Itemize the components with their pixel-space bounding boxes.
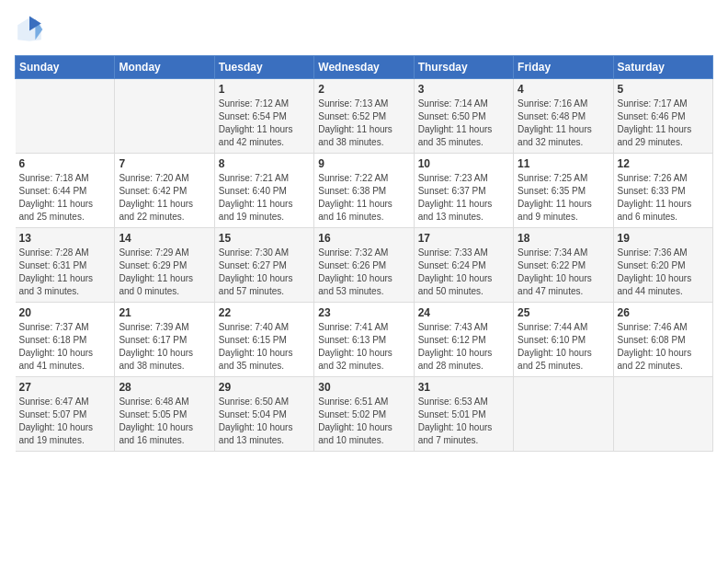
day-info: Sunrise: 7:44 AM Sunset: 6:10 PM Dayligh…	[518, 321, 609, 373]
day-cell: 19Sunrise: 7:36 AM Sunset: 6:20 PM Dayli…	[613, 228, 712, 303]
day-cell: 15Sunrise: 7:30 AM Sunset: 6:27 PM Dayli…	[214, 228, 313, 303]
week-row-3: 13Sunrise: 7:28 AM Sunset: 6:31 PM Dayli…	[16, 228, 713, 303]
day-number: 10	[418, 157, 509, 170]
day-info: Sunrise: 7:36 AM Sunset: 6:20 PM Dayligh…	[618, 247, 709, 298]
day-info: Sunrise: 7:12 AM Sunset: 6:54 PM Dayligh…	[219, 98, 310, 149]
day-cell	[514, 377, 613, 452]
header-cell-thursday: Thursday	[414, 56, 513, 79]
logo-icon	[15, 15, 44, 44]
day-cell: 24Sunrise: 7:43 AM Sunset: 6:12 PM Dayli…	[414, 303, 513, 377]
day-number: 14	[119, 232, 210, 245]
day-cell: 31Sunrise: 6:53 AM Sunset: 5:01 PM Dayli…	[414, 377, 513, 452]
calendar-body: 1Sunrise: 7:12 AM Sunset: 6:54 PM Daylig…	[16, 79, 713, 452]
day-info: Sunrise: 7:23 AM Sunset: 6:37 PM Dayligh…	[418, 172, 509, 224]
day-cell	[16, 79, 115, 154]
day-cell: 5Sunrise: 7:17 AM Sunset: 6:46 PM Daylig…	[613, 79, 712, 154]
day-cell: 7Sunrise: 7:20 AM Sunset: 6:42 PM Daylig…	[115, 154, 214, 228]
day-cell: 30Sunrise: 6:51 AM Sunset: 5:02 PM Dayli…	[314, 377, 414, 452]
day-cell: 23Sunrise: 7:41 AM Sunset: 6:13 PM Dayli…	[314, 303, 414, 377]
day-info: Sunrise: 7:29 AM Sunset: 6:29 PM Dayligh…	[119, 247, 210, 298]
day-info: Sunrise: 6:51 AM Sunset: 5:02 PM Dayligh…	[318, 396, 409, 447]
header-cell-friday: Friday	[514, 56, 613, 79]
day-number: 8	[219, 157, 310, 170]
day-info: Sunrise: 7:32 AM Sunset: 6:26 PM Dayligh…	[318, 247, 409, 298]
day-number: 9	[318, 157, 409, 170]
day-cell: 14Sunrise: 7:29 AM Sunset: 6:29 PM Dayli…	[115, 228, 214, 303]
day-number: 4	[518, 83, 609, 96]
header-cell-sunday: Sunday	[16, 56, 115, 79]
day-number: 28	[119, 381, 210, 394]
day-info: Sunrise: 7:18 AM Sunset: 6:44 PM Dayligh…	[19, 172, 111, 224]
day-number: 7	[119, 157, 210, 170]
day-cell: 13Sunrise: 7:28 AM Sunset: 6:31 PM Dayli…	[16, 228, 115, 303]
calendar-table: SundayMondayTuesdayWednesdayThursdayFrid…	[15, 55, 713, 452]
page-header	[15, 15, 713, 44]
header-cell-wednesday: Wednesday	[314, 56, 414, 79]
week-row-1: 1Sunrise: 7:12 AM Sunset: 6:54 PM Daylig…	[16, 79, 713, 154]
day-number: 21	[119, 306, 210, 319]
day-number: 3	[418, 83, 509, 96]
day-cell: 27Sunrise: 6:47 AM Sunset: 5:07 PM Dayli…	[16, 377, 115, 452]
day-cell: 17Sunrise: 7:33 AM Sunset: 6:24 PM Dayli…	[414, 228, 513, 303]
day-cell: 28Sunrise: 6:48 AM Sunset: 5:05 PM Dayli…	[115, 377, 214, 452]
day-info: Sunrise: 7:37 AM Sunset: 6:18 PM Dayligh…	[19, 321, 111, 373]
day-number: 13	[19, 232, 111, 245]
day-number: 26	[618, 306, 709, 319]
week-row-4: 20Sunrise: 7:37 AM Sunset: 6:18 PM Dayli…	[16, 303, 713, 377]
day-info: Sunrise: 7:22 AM Sunset: 6:38 PM Dayligh…	[318, 172, 409, 224]
day-number: 17	[418, 232, 509, 245]
day-number: 6	[19, 157, 111, 170]
day-number: 29	[219, 381, 310, 394]
day-info: Sunrise: 7:25 AM Sunset: 6:35 PM Dayligh…	[518, 172, 609, 224]
logo	[15, 15, 48, 44]
day-cell: 18Sunrise: 7:34 AM Sunset: 6:22 PM Dayli…	[514, 228, 613, 303]
header-cell-tuesday: Tuesday	[214, 56, 313, 79]
day-number: 27	[19, 381, 111, 394]
day-info: Sunrise: 6:48 AM Sunset: 5:05 PM Dayligh…	[119, 396, 210, 447]
day-info: Sunrise: 7:34 AM Sunset: 6:22 PM Dayligh…	[518, 247, 609, 298]
day-info: Sunrise: 7:30 AM Sunset: 6:27 PM Dayligh…	[219, 247, 310, 298]
day-number: 20	[19, 306, 111, 319]
day-info: Sunrise: 7:43 AM Sunset: 6:12 PM Dayligh…	[418, 321, 509, 373]
day-cell: 25Sunrise: 7:44 AM Sunset: 6:10 PM Dayli…	[514, 303, 613, 377]
header-cell-saturday: Saturday	[613, 56, 712, 79]
day-cell: 29Sunrise: 6:50 AM Sunset: 5:04 PM Dayli…	[214, 377, 313, 452]
calendar-header: SundayMondayTuesdayWednesdayThursdayFrid…	[16, 56, 713, 79]
day-number: 24	[418, 306, 509, 319]
day-info: Sunrise: 6:53 AM Sunset: 5:01 PM Dayligh…	[418, 396, 509, 447]
header-cell-monday: Monday	[115, 56, 214, 79]
header-row: SundayMondayTuesdayWednesdayThursdayFrid…	[16, 56, 713, 79]
day-number: 31	[418, 381, 509, 394]
day-info: Sunrise: 7:21 AM Sunset: 6:40 PM Dayligh…	[219, 172, 310, 224]
day-info: Sunrise: 7:20 AM Sunset: 6:42 PM Dayligh…	[119, 172, 210, 224]
day-cell: 11Sunrise: 7:25 AM Sunset: 6:35 PM Dayli…	[514, 154, 613, 228]
day-info: Sunrise: 7:28 AM Sunset: 6:31 PM Dayligh…	[19, 247, 111, 298]
day-number: 30	[318, 381, 409, 394]
day-number: 23	[318, 306, 409, 319]
day-number: 5	[618, 83, 709, 96]
day-cell: 20Sunrise: 7:37 AM Sunset: 6:18 PM Dayli…	[16, 303, 115, 377]
day-info: Sunrise: 7:33 AM Sunset: 6:24 PM Dayligh…	[418, 247, 509, 298]
day-cell	[115, 79, 214, 154]
day-number: 16	[318, 232, 409, 245]
day-number: 12	[618, 157, 709, 170]
day-cell: 9Sunrise: 7:22 AM Sunset: 6:38 PM Daylig…	[314, 154, 414, 228]
day-cell: 12Sunrise: 7:26 AM Sunset: 6:33 PM Dayli…	[613, 154, 712, 228]
day-info: Sunrise: 7:41 AM Sunset: 6:13 PM Dayligh…	[318, 321, 409, 373]
day-cell: 6Sunrise: 7:18 AM Sunset: 6:44 PM Daylig…	[16, 154, 115, 228]
day-number: 11	[518, 157, 609, 170]
day-cell: 8Sunrise: 7:21 AM Sunset: 6:40 PM Daylig…	[214, 154, 313, 228]
day-cell	[613, 377, 712, 452]
day-info: Sunrise: 7:13 AM Sunset: 6:52 PM Dayligh…	[318, 98, 409, 149]
day-cell: 21Sunrise: 7:39 AM Sunset: 6:17 PM Dayli…	[115, 303, 214, 377]
week-row-2: 6Sunrise: 7:18 AM Sunset: 6:44 PM Daylig…	[16, 154, 713, 228]
day-info: Sunrise: 7:26 AM Sunset: 6:33 PM Dayligh…	[618, 172, 709, 224]
day-info: Sunrise: 7:16 AM Sunset: 6:48 PM Dayligh…	[518, 98, 609, 149]
day-number: 19	[618, 232, 709, 245]
day-cell: 2Sunrise: 7:13 AM Sunset: 6:52 PM Daylig…	[314, 79, 414, 154]
day-number: 18	[518, 232, 609, 245]
day-number: 15	[219, 232, 310, 245]
day-number: 1	[219, 83, 310, 96]
day-info: Sunrise: 7:40 AM Sunset: 6:15 PM Dayligh…	[219, 321, 310, 373]
day-cell: 4Sunrise: 7:16 AM Sunset: 6:48 PM Daylig…	[514, 79, 613, 154]
